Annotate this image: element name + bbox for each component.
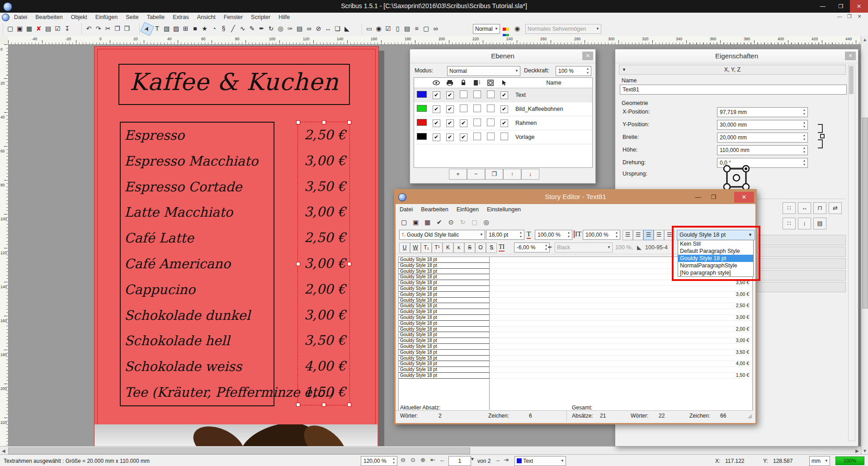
print-item-button[interactable]: ▤ bbox=[813, 218, 826, 229]
layer-checkbox[interactable]: ✔ bbox=[433, 133, 440, 141]
print-document-icon[interactable]: ▤ bbox=[43, 24, 53, 33]
align-center-button[interactable]: ☰ bbox=[633, 230, 643, 240]
lower-layer-button[interactable]: ↓ bbox=[521, 169, 539, 180]
story-editor-menu-bearbeiten[interactable]: Bearbeiten bbox=[417, 204, 452, 215]
layer-checkbox[interactable]: ✔ bbox=[500, 105, 508, 113]
story-text-line[interactable]: 4,00 € bbox=[490, 361, 751, 367]
pdf-check-box-icon[interactable]: ☑ bbox=[383, 24, 393, 33]
height-scale-spinner[interactable]: 100,00 %▲▼ bbox=[583, 230, 620, 240]
selection-handle[interactable] bbox=[347, 403, 351, 407]
load-from-file-icon[interactable]: ▣ bbox=[411, 217, 420, 227]
story-text-line[interactable]: 2,50 € bbox=[490, 303, 751, 309]
properties-titlebar[interactable]: Eigenschaften ✕ bbox=[615, 49, 858, 63]
story-editor-menu-einfügen[interactable]: Einfügen bbox=[453, 204, 483, 215]
insert-polygon-icon[interactable]: ★ bbox=[200, 24, 209, 33]
story-editor-close-button[interactable]: ✕ bbox=[734, 192, 754, 203]
story-text-line[interactable] bbox=[490, 367, 751, 373]
preview-mode-icon[interactable]: ◉ bbox=[514, 25, 520, 32]
mdi-restore-button[interactable]: ❒ bbox=[845, 14, 854, 19]
layer-row-Vorlage[interactable]: ✔✔✔Vorlage bbox=[414, 130, 592, 144]
coffee-beans-image[interactable] bbox=[94, 424, 377, 447]
selection-handle[interactable] bbox=[296, 120, 300, 124]
layer-checkbox[interactable] bbox=[473, 105, 481, 112]
menu-fenster[interactable]: Fenster bbox=[220, 13, 247, 22]
story-text-line[interactable] bbox=[490, 344, 751, 350]
section-xyz-header[interactable]: ▼ X, Y, Z bbox=[619, 65, 846, 75]
selected-price-frame[interactable]: 2,50 €3,00 €3,50 €3,00 €2,50 €3,00 €2,00… bbox=[297, 122, 350, 405]
edit-with-story-editor-icon[interactable]: ▤ bbox=[295, 24, 304, 33]
resize-grip[interactable]: ◢ bbox=[748, 413, 752, 419]
open-document-icon[interactable]: ▣ bbox=[15, 24, 24, 33]
zoom-in-icon[interactable]: ⊕ bbox=[420, 456, 425, 463]
layer-checkbox[interactable]: ✔ bbox=[446, 133, 454, 141]
layer-checkbox[interactable]: ✔ bbox=[433, 119, 440, 127]
horizontal-ruler[interactable]: -40-200204060801001201401601802002202402… bbox=[8, 36, 861, 45]
style-option[interactable]: Default Paragraph Style bbox=[678, 247, 753, 255]
layer-checkbox[interactable] bbox=[487, 90, 495, 98]
paragraph-style-row[interactable]: Gouldy Style 18 pt bbox=[399, 298, 489, 304]
properties-scrollbar[interactable] bbox=[848, 65, 855, 441]
paragraph-style-row[interactable]: Gouldy Style 18 pt bbox=[399, 338, 489, 344]
unlink-text-frames-icon[interactable]: ⊘ bbox=[314, 24, 323, 33]
save-to-file-icon[interactable]: ▦ bbox=[423, 217, 432, 227]
scroll-down-icon[interactable]: ▼ bbox=[863, 448, 867, 453]
story-text-line[interactable] bbox=[490, 321, 751, 327]
add-layer-button[interactable]: + bbox=[449, 169, 467, 180]
layer-checkbox[interactable]: ✔ bbox=[460, 133, 467, 141]
story-text-line[interactable]: 3,50 € bbox=[490, 280, 751, 286]
geometry-field-spinner[interactable]: 30,000 mm▲▼ bbox=[717, 120, 808, 130]
new-document-icon[interactable]: ▢ bbox=[5, 24, 15, 33]
paragraph-style-column[interactable]: Gouldy Style 18 ptGouldy Style 18 ptGoul… bbox=[399, 257, 490, 410]
eye-dropper-icon[interactable]: ◣ bbox=[342, 24, 352, 33]
menu-bearbeiten[interactable]: Bearbeiten bbox=[31, 13, 66, 22]
page-spin-icon[interactable]: ▼ bbox=[470, 456, 475, 461]
paragraph-style-popup[interactable]: Kein StilDefault Paragraph StyleGouldy S… bbox=[678, 240, 754, 277]
layer-checkbox[interactable] bbox=[473, 119, 481, 126]
paragraph-style-row[interactable]: Gouldy Style 18 pt bbox=[399, 286, 489, 292]
layer-checkbox[interactable]: ✔ bbox=[446, 91, 454, 99]
layer-checkbox[interactable] bbox=[473, 90, 481, 98]
close-document-icon[interactable]: ✘ bbox=[34, 24, 43, 33]
story-editor-maximize-button[interactable]: ❒ bbox=[707, 192, 720, 203]
kerning-spinner[interactable]: -6,00 %▲▼ bbox=[514, 243, 550, 252]
menu-einfügen[interactable]: Einfügen bbox=[91, 13, 122, 22]
save-document-icon[interactable]: ▦ bbox=[24, 24, 34, 33]
story-text-line[interactable] bbox=[490, 286, 751, 292]
font-family-dropdown[interactable]: Tᵣ Goudy Old Style Italic▼ bbox=[399, 230, 485, 240]
insert-render-frame-icon[interactable]: ▨ bbox=[171, 24, 181, 33]
update-text-frame-and-exit-icon[interactable]: ✔ bbox=[434, 217, 444, 227]
style-option[interactable]: [No paragraph style] bbox=[678, 269, 753, 276]
duplicate-layer-button[interactable]: ❐ bbox=[485, 169, 503, 180]
insert-calligraphic-line-icon[interactable]: ✒ bbox=[257, 24, 266, 33]
layer-checkbox[interactable]: ✔ bbox=[446, 105, 454, 113]
flip-horizontal-button[interactable]: ↔ bbox=[798, 202, 811, 214]
horizontal-scroll-thumb[interactable] bbox=[8, 447, 470, 454]
vertical-ruler[interactable]: 020406080100120140160180200220 bbox=[0, 44, 9, 446]
underline-button[interactable]: U bbox=[399, 243, 410, 253]
width-scale-spinner[interactable]: 100,00 %▲▼ bbox=[535, 230, 572, 240]
strikethrough-button[interactable]: S bbox=[464, 243, 475, 253]
preview-quality-dropdown[interactable]: Normal▼ bbox=[473, 24, 500, 34]
story-text-line[interactable]: 3,00 € bbox=[490, 338, 751, 344]
layer-row-Text[interactable]: ✔✔✔Text bbox=[414, 88, 592, 102]
story-text-line[interactable] bbox=[490, 356, 751, 361]
story-editor-menu-datei[interactable]: Datei bbox=[396, 204, 417, 215]
paragraph-style-row[interactable]: Gouldy Style 18 pt bbox=[399, 303, 489, 309]
menu-seite[interactable]: Seite bbox=[122, 13, 143, 22]
insert-image-frame-icon[interactable]: ▧ bbox=[162, 24, 171, 33]
superscript-button[interactable]: T¹ bbox=[432, 243, 443, 253]
window-titlebar[interactable]: Scribus 1.5.1 - [C:\Saxoprint\2016\03\Sc… bbox=[0, 0, 868, 13]
opacity-spinner[interactable]: 100 %▲▼ bbox=[556, 66, 591, 76]
pdf-push-button-icon[interactable]: ▭ bbox=[364, 24, 374, 33]
maximize-button[interactable]: ❒ bbox=[832, 0, 850, 13]
insert-table-icon[interactable]: ⊞ bbox=[181, 24, 190, 33]
shadow-button[interactable]: S bbox=[486, 243, 497, 253]
align-force-justify-button[interactable]: ☰ bbox=[664, 230, 675, 240]
first-page-icon[interactable]: ⇤ bbox=[430, 456, 435, 463]
previous-page-icon[interactable]: ← bbox=[439, 456, 445, 463]
insert-line-icon[interactable]: ╱ bbox=[228, 24, 238, 33]
geometry-field-spinner[interactable]: 110,000 mm▲▼ bbox=[717, 145, 808, 155]
document-page[interactable]: Kaffee & Kuchen EspressoEspresso Macchia… bbox=[94, 46, 379, 447]
font-size-spinner[interactable]: 18,00 pt▲▼ bbox=[486, 230, 524, 240]
mdi-close-button[interactable]: ✕ bbox=[855, 14, 863, 19]
